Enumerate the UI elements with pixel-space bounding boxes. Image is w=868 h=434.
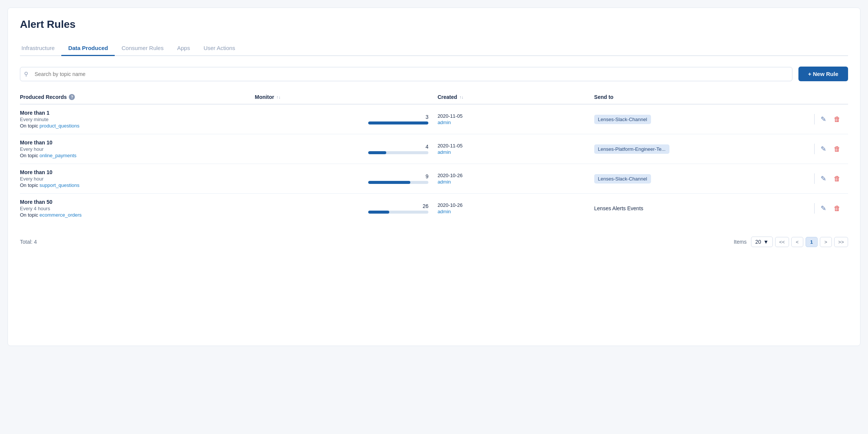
- total-count: Total: 4: [20, 239, 37, 245]
- edit-icon: ✎: [821, 145, 826, 153]
- table-header: Produced Records?Monitor↑↓Created↑↓Send …: [20, 90, 848, 105]
- cell-rule-description: More than 1 Every minute On topic produc…: [20, 110, 255, 129]
- tab-user-actions[interactable]: User Actions: [197, 41, 242, 56]
- edit-icon: ✎: [821, 204, 826, 212]
- toolbar: ⚲ + New Rule: [20, 67, 848, 81]
- edit-icon: ✎: [821, 175, 826, 183]
- col-header-send-to: Send to: [594, 94, 803, 100]
- actions-divider: [814, 114, 815, 124]
- table-row: More than 50 Every 4 hours On topic ecom…: [20, 194, 848, 223]
- actions-divider: [814, 203, 815, 214]
- cell-rule-description: More than 10 Every hour On topic support…: [20, 169, 255, 188]
- new-rule-button[interactable]: + New Rule: [798, 67, 848, 81]
- search-icon: ⚲: [24, 71, 28, 77]
- tab-apps[interactable]: Apps: [170, 41, 197, 56]
- created-user[interactable]: admin: [437, 179, 588, 185]
- delete-icon: 🗑: [834, 205, 841, 212]
- monitor-bar-fill: [368, 211, 389, 214]
- monitor-bar-fill: [368, 181, 410, 184]
- created-user[interactable]: admin: [437, 209, 588, 214]
- delete-button[interactable]: 🗑: [832, 203, 842, 214]
- pagination-first-button[interactable]: <<: [775, 237, 789, 247]
- topic-link[interactable]: ecommerce_orders: [39, 212, 82, 218]
- table-body: More than 1 Every minute On topic produc…: [20, 105, 848, 223]
- cell-actions: ✎ 🗑: [803, 203, 848, 214]
- page-container: Alert Rules InfrastructureData ProducedC…: [8, 8, 860, 346]
- cell-rule-description: More than 50 Every 4 hours On topic ecom…: [20, 199, 255, 218]
- footer: Total: 4 Items 20 ▼ << < 1 > >>: [20, 234, 848, 247]
- items-label: Items: [734, 239, 747, 245]
- page-title: Alert Rules: [20, 18, 848, 30]
- tab-infrastructure[interactable]: Infrastructure: [20, 41, 61, 56]
- topic-link[interactable]: product_questions: [39, 123, 79, 129]
- cell-actions: ✎ 🗑: [803, 143, 848, 155]
- cell-monitor: 4: [255, 144, 438, 154]
- send-to-badge: Lenses-Platform-Engineer-Te...: [594, 144, 669, 154]
- pagination-last-button[interactable]: >>: [834, 237, 848, 247]
- monitor-bar-track: [368, 211, 428, 214]
- cell-monitor: 9: [255, 173, 438, 184]
- send-to-badge: Lenses-Slack-Channel: [594, 115, 651, 124]
- tab-consumer-rules[interactable]: Consumer Rules: [115, 41, 170, 56]
- topic-link[interactable]: online_payments: [39, 153, 76, 158]
- delete-icon: 🗑: [834, 145, 841, 153]
- cell-send-to: Lenses-Slack-Channel: [594, 174, 803, 184]
- monitor-bar-track: [368, 151, 428, 154]
- tabs-bar: InfrastructureData ProducedConsumer Rule…: [20, 41, 848, 56]
- actions-divider: [814, 173, 815, 184]
- edit-icon: ✎: [821, 115, 826, 123]
- created-user[interactable]: admin: [437, 149, 588, 155]
- cell-rule-description: More than 10 Every hour On topic online_…: [20, 140, 255, 158]
- new-rule-label: + New Rule: [808, 71, 838, 77]
- pagination-current-page[interactable]: 1: [806, 237, 818, 247]
- edit-button[interactable]: ✎: [819, 114, 828, 125]
- edit-button[interactable]: ✎: [819, 143, 828, 155]
- topic-link[interactable]: support_questions: [39, 182, 79, 188]
- delete-button[interactable]: 🗑: [832, 173, 842, 184]
- cell-created: 2020-10-26 admin: [437, 173, 594, 185]
- cell-actions: ✎ 🗑: [803, 114, 848, 125]
- search-box: ⚲: [20, 67, 792, 81]
- delete-button[interactable]: 🗑: [832, 144, 842, 155]
- created-user[interactable]: admin: [437, 120, 588, 125]
- cell-monitor: 3: [255, 114, 438, 124]
- send-to-text: Lenses Alerts Events: [594, 205, 643, 211]
- pagination: Items 20 ▼ << < 1 > >>: [734, 237, 848, 247]
- send-to-badge: Lenses-Slack-Channel: [594, 174, 651, 184]
- items-per-page-select[interactable]: 20 ▼: [751, 237, 772, 247]
- table-row: More than 10 Every hour On topic support…: [20, 164, 848, 194]
- delete-icon: 🗑: [834, 115, 841, 123]
- search-input[interactable]: [20, 67, 792, 81]
- col-header-produced-records: Produced Records?: [20, 94, 255, 100]
- col-header-monitor[interactable]: Monitor↑↓: [255, 94, 438, 100]
- sort-arrows-created: ↑↓: [460, 95, 464, 99]
- monitor-bar-track: [368, 181, 428, 184]
- monitor-bar-fill: [368, 121, 428, 124]
- delete-button[interactable]: 🗑: [832, 114, 842, 125]
- cell-send-to: Lenses-Platform-Engineer-Te...: [594, 144, 803, 154]
- actions-divider: [814, 144, 815, 154]
- chevron-down-icon: ▼: [763, 239, 769, 245]
- delete-icon: 🗑: [834, 175, 841, 183]
- table-row: More than 10 Every hour On topic online_…: [20, 134, 848, 164]
- monitor-bar-fill: [368, 151, 386, 154]
- cell-send-to: Lenses-Slack-Channel: [594, 115, 803, 124]
- edit-button[interactable]: ✎: [819, 203, 828, 214]
- cell-created: 2020-11-05 admin: [437, 113, 594, 125]
- cell-monitor: 26: [255, 203, 438, 214]
- help-icon[interactable]: ?: [69, 94, 75, 100]
- cell-send-to: Lenses Alerts Events: [594, 205, 803, 211]
- tab-data-produced[interactable]: Data Produced: [61, 41, 115, 56]
- cell-created: 2020-10-26 admin: [437, 202, 594, 214]
- col-header-created[interactable]: Created↑↓: [437, 94, 594, 100]
- cell-actions: ✎ 🗑: [803, 173, 848, 184]
- table-row: More than 1 Every minute On topic produc…: [20, 105, 848, 134]
- pagination-next-button[interactable]: >: [820, 237, 832, 247]
- monitor-bar-track: [368, 121, 428, 124]
- edit-button[interactable]: ✎: [819, 173, 828, 184]
- pagination-prev-button[interactable]: <: [791, 237, 803, 247]
- cell-created: 2020-11-05 admin: [437, 143, 594, 155]
- sort-arrows-monitor: ↑↓: [276, 95, 281, 99]
